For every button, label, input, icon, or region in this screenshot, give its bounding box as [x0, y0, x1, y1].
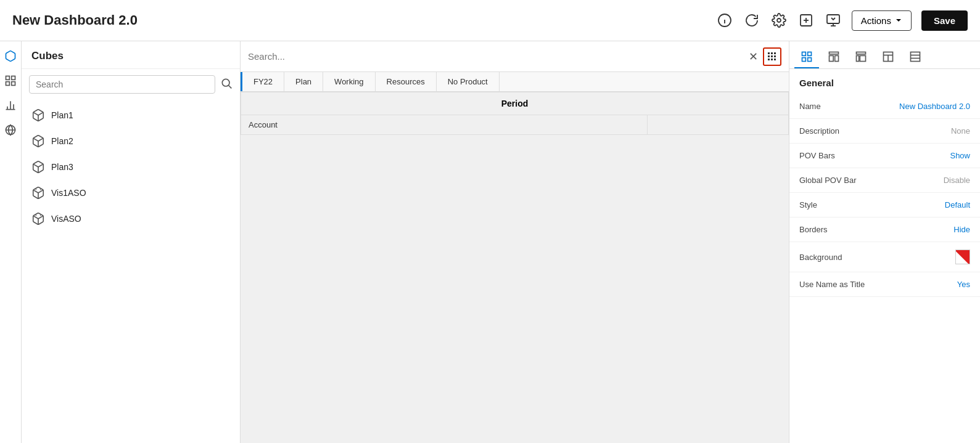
- right-tab-layout4[interactable]: [903, 46, 928, 68]
- property-pov-bars: POV Bars Show: [789, 144, 980, 168]
- right-tab-layout3[interactable]: [876, 46, 900, 68]
- property-background: Background: [789, 242, 980, 272]
- property-name-value[interactable]: New Dashboard 2.0: [899, 102, 970, 111]
- cube-item-vis1aso[interactable]: Vis1ASO: [22, 180, 240, 206]
- left-icon-sidebar: [0, 41, 22, 443]
- svg-rect-45: [835, 55, 839, 61]
- dashboard-title: New Dashboard 2.0: [12, 12, 138, 28]
- right-panel-tabs: [789, 41, 980, 69]
- svg-rect-12: [6, 82, 10, 86]
- add-icon[interactable]: [797, 12, 815, 29]
- sidebar-globe-icon[interactable]: [2, 121, 19, 139]
- svg-rect-34: [771, 55, 773, 57]
- pivot-tabs: FY22 Plan Working Resources No Product: [241, 72, 789, 92]
- refresh-icon[interactable]: [743, 12, 760, 29]
- svg-rect-37: [771, 59, 773, 60]
- property-global-pov-label: Global POV Bar: [799, 176, 857, 185]
- pivot-table: Period Account: [241, 92, 789, 135]
- pivot-tab-resources[interactable]: Resources: [376, 72, 437, 91]
- svg-rect-31: [771, 52, 773, 54]
- cubes-panel: Cubes Plan1 Plan2: [22, 41, 241, 443]
- svg-rect-46: [857, 52, 866, 54]
- search-overlay-input[interactable]: [248, 51, 749, 62]
- property-style-label: Style: [799, 200, 817, 209]
- pivot-cell-account: Account: [241, 115, 648, 135]
- right-tab-grid[interactable]: [794, 46, 819, 68]
- svg-rect-33: [768, 55, 770, 57]
- pivot-col-header: Period: [241, 92, 789, 115]
- actions-button[interactable]: Actions: [852, 10, 912, 31]
- svg-rect-43: [830, 52, 839, 54]
- svg-rect-40: [808, 52, 812, 56]
- svg-rect-13: [12, 82, 15, 86]
- header: New Dashboard 2.0: [0, 0, 980, 41]
- svg-rect-11: [12, 76, 15, 80]
- svg-rect-44: [830, 55, 834, 61]
- property-global-pov: Global POV Bar Disable: [789, 168, 980, 193]
- header-actions: Actions Save: [716, 10, 968, 31]
- cube-item-visaso[interactable]: VisASO: [22, 206, 240, 232]
- cubes-search-icon[interactable]: [220, 77, 233, 92]
- svg-rect-52: [911, 52, 920, 62]
- property-name: Name New Dashboard 2.0: [789, 94, 980, 119]
- svg-rect-10: [6, 76, 10, 80]
- cubes-panel-title: Cubes: [22, 41, 240, 69]
- svg-rect-35: [774, 55, 776, 57]
- svg-point-19: [222, 79, 229, 86]
- search-overlay: ✕: [241, 41, 789, 72]
- settings-icon[interactable]: [770, 12, 788, 29]
- right-tab-layout1[interactable]: [821, 46, 846, 68]
- right-panel: General Name New Dashboard 2.0 Descripti…: [789, 41, 980, 443]
- property-style-value[interactable]: Default: [945, 200, 970, 209]
- svg-line-20: [229, 86, 232, 89]
- property-borders-label: Borders: [799, 225, 828, 234]
- pivot-tab-plan[interactable]: Plan: [284, 72, 323, 91]
- property-name-label: Name: [799, 102, 821, 111]
- svg-rect-48: [860, 55, 865, 61]
- presentation-icon[interactable]: [825, 12, 842, 29]
- pivot-tab-fy22[interactable]: FY22: [241, 72, 284, 91]
- cubes-list: Plan1 Plan2 Plan3: [22, 100, 240, 234]
- svg-rect-32: [774, 52, 776, 54]
- cube-item-vis1aso-label: Vis1ASO: [51, 188, 86, 198]
- property-pov-bars-value[interactable]: Show: [950, 151, 970, 160]
- sidebar-chart-icon[interactable]: [2, 97, 19, 114]
- property-description-value[interactable]: None: [951, 126, 970, 136]
- property-description-label: Description: [799, 126, 839, 136]
- background-color-swatch[interactable]: [955, 250, 970, 264]
- svg-rect-47: [857, 55, 859, 61]
- sidebar-grid-icon[interactable]: [2, 72, 19, 89]
- cubes-search-input[interactable]: [29, 75, 215, 94]
- property-borders-value[interactable]: Hide: [953, 225, 970, 234]
- save-button[interactable]: Save: [921, 10, 968, 31]
- right-section-title: General: [789, 69, 980, 94]
- property-use-name-label: Use Name as Title: [799, 280, 865, 289]
- svg-rect-36: [768, 59, 770, 60]
- svg-rect-30: [768, 52, 770, 54]
- svg-point-3: [777, 18, 781, 22]
- cube-item-plan3[interactable]: Plan3: [22, 154, 240, 180]
- property-pov-bars-label: POV Bars: [799, 151, 835, 160]
- property-style: Style Default: [789, 193, 980, 217]
- sidebar-cubes-icon[interactable]: [2, 47, 19, 65]
- pivot-tab-noproduct[interactable]: No Product: [437, 72, 500, 91]
- cube-item-plan1-label: Plan1: [51, 110, 73, 120]
- search-overlay-close[interactable]: ✕: [749, 50, 758, 63]
- cube-item-plan1[interactable]: Plan1: [22, 102, 240, 128]
- svg-rect-41: [802, 58, 806, 62]
- property-use-name-value[interactable]: Yes: [957, 280, 970, 289]
- svg-rect-38: [774, 59, 776, 60]
- cubes-search-bar: [22, 69, 240, 100]
- property-global-pov-value[interactable]: Disable: [944, 176, 970, 185]
- cube-item-plan2[interactable]: Plan2: [22, 128, 240, 154]
- pivot-tab-working[interactable]: Working: [323, 72, 375, 91]
- info-icon[interactable]: [716, 12, 733, 29]
- cube-item-plan3-label: Plan3: [51, 162, 73, 172]
- cube-item-visaso-label: VisASO: [51, 214, 81, 224]
- property-use-name-as-title: Use Name as Title Yes: [789, 272, 980, 297]
- right-tab-layout2[interactable]: [849, 46, 873, 68]
- property-borders: Borders Hide: [789, 217, 980, 242]
- property-background-label: Background: [799, 253, 842, 262]
- search-grid-button[interactable]: [763, 47, 781, 66]
- cube-item-plan2-label: Plan2: [51, 136, 73, 146]
